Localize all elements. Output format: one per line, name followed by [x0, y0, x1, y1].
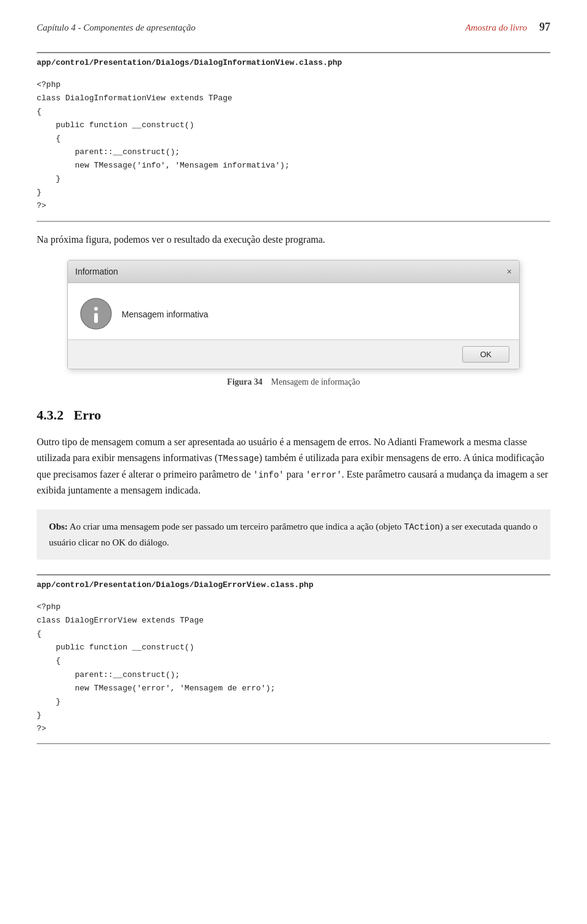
page-number: 97 [539, 18, 550, 36]
header-right: Amostra do livro 97 [465, 18, 550, 36]
dialog-message: Mensagem informativa [122, 300, 209, 321]
chapter-title: Capítulo 4 - Componentes de apresentação [37, 20, 196, 35]
obs-box: Obs: Ao criar uma mensagem pode ser pass… [37, 509, 550, 560]
file-path-2: app/control/Presentation/Dialogs/DialogE… [37, 574, 550, 594]
inline-code-info: 'info' [253, 470, 284, 480]
book-sample-link: Amostra do livro [465, 20, 527, 35]
dialog-close-button[interactable]: × [507, 265, 512, 278]
file-path-1: app/control/Presentation/Dialogs/DialogI… [37, 52, 550, 72]
dialog-box: Information × Mensagem informativa OK [67, 260, 520, 369]
inline-code-tmessage: TMessage [218, 454, 259, 464]
svg-rect-2 [94, 313, 98, 323]
dialog-ok-button[interactable]: OK [462, 346, 509, 363]
figure-caption: Figura 34 Mensagem de informação [37, 375, 550, 389]
svg-point-1 [94, 307, 98, 311]
section-432-heading: 4.3.2 Erro [37, 404, 550, 426]
dialog-footer: OK [68, 339, 519, 369]
dialog-titlebar: Information × [68, 261, 519, 283]
dialog-screenshot: Information × Mensagem informativa OK [37, 260, 550, 369]
code-block-1: <?php class DialogInformationView extend… [37, 72, 550, 222]
code-block-2: <?php class DialogErrorView extends TPag… [37, 594, 550, 744]
page-header: Capítulo 4 - Componentes de apresentação… [37, 18, 550, 39]
inline-code-error: 'error' [306, 470, 342, 480]
paragraph-error-intro: Outro tipo de mensagem comum a ser apres… [37, 434, 550, 499]
dialog-body: Mensagem informativa [68, 283, 519, 339]
obs-inline-code: TAction [404, 522, 440, 532]
paragraph-text-1c: para [284, 469, 306, 479]
obs-label: Obs: [49, 522, 68, 531]
section-432-number: 4.3.2 [37, 407, 64, 423]
obs-text: Ao criar uma mensagem pode ser passado u… [68, 522, 404, 531]
dialog-title: Information [75, 265, 118, 278]
text-before-figure: Na próxima figura, podemos ver o resulta… [37, 232, 550, 248]
info-icon [80, 298, 112, 330]
figure-text: Mensagem de informação [271, 377, 360, 386]
figure-label: Figura 34 [227, 377, 262, 386]
section-432-title: Erro [74, 407, 102, 423]
